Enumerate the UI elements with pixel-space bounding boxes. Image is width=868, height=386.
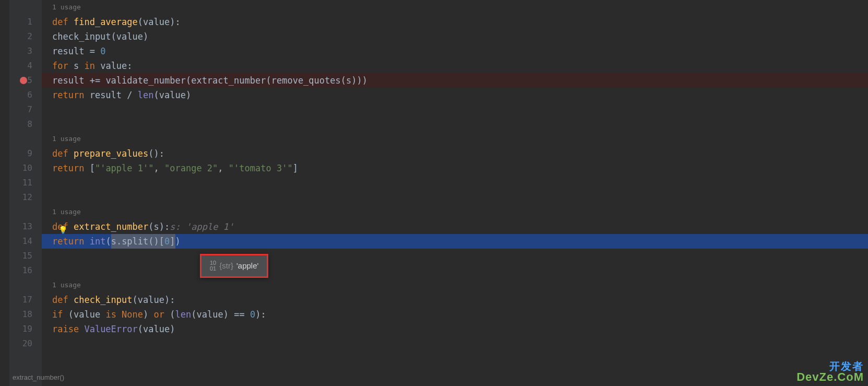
line-number[interactable]: 7	[9, 102, 42, 117]
usage-hint-line[interactable]: 1 usage	[42, 132, 868, 146]
tooltip-value: 'apple'	[236, 259, 258, 273]
code-line[interactable]	[42, 336, 868, 351]
line-number[interactable]: 14	[9, 234, 42, 249]
code-line[interactable]: return result / len(value)	[42, 88, 868, 102]
line-number[interactable]: 12	[9, 190, 42, 205]
inline-debug-hint: s: 'apple 1'	[170, 219, 234, 234]
line-number[interactable]: 5	[9, 73, 42, 88]
code-line[interactable]	[42, 176, 868, 190]
code-line[interactable]	[42, 249, 868, 263]
usage-hint-line[interactable]: 1 usage	[42, 278, 868, 293]
usage-hint-gutter	[9, 0, 42, 15]
line-number[interactable]: 3	[9, 44, 42, 59]
code-line[interactable]: def find_average(value):	[42, 15, 868, 29]
code-line[interactable]: check_input(value)	[42, 29, 868, 44]
breakpoint-icon[interactable]	[20, 77, 27, 84]
evaluate-expression-tooltip[interactable]: 10 01 {str} 'apple'	[200, 254, 268, 278]
code-line[interactable]	[42, 102, 868, 117]
line-number[interactable]: 16	[9, 263, 42, 278]
line-number[interactable]: 10	[9, 161, 42, 176]
code-line[interactable]: return ["'apple 1'", "orange 2", "'tomat…	[42, 161, 868, 176]
code-editor[interactable]: 1 2 3 4 5 6 7 8 9 10 11 12 13 14 15 16 1…	[0, 0, 868, 386]
line-number[interactable]: 9	[9, 146, 42, 161]
line-number[interactable]: 2	[9, 29, 42, 44]
code-line[interactable]: raise ValueError(value)	[42, 322, 868, 336]
intention-bulb-icon[interactable]: 💡	[58, 223, 66, 230]
line-number[interactable]: 20	[9, 336, 42, 351]
code-line-current[interactable]: return int(s.split()[0])	[42, 234, 868, 249]
line-number[interactable]: 8	[9, 117, 42, 132]
code-line[interactable]	[42, 190, 868, 205]
code-line[interactable]	[42, 263, 868, 278]
line-number[interactable]: 17	[9, 293, 42, 307]
line-number[interactable]: 1	[9, 15, 42, 29]
usage-hint-gutter	[9, 132, 42, 146]
line-number[interactable]: 15	[9, 249, 42, 263]
code-line[interactable]: result = 0	[42, 44, 868, 59]
left-strip	[0, 0, 9, 386]
line-number[interactable]: 11	[9, 176, 42, 190]
code-line[interactable]: def prepare_values():	[42, 146, 868, 161]
line-number[interactable]: 18	[9, 307, 42, 322]
code-line-breakpoint[interactable]: result += validate_number(extract_number…	[42, 73, 868, 88]
usage-hint-gutter	[9, 205, 42, 219]
code-line[interactable]: 💡def extract_number(s): s: 'apple 1'	[42, 219, 868, 234]
code-area[interactable]: 1 usage def find_average(value): check_i…	[42, 0, 868, 386]
line-number[interactable]: 4	[9, 59, 42, 73]
code-line[interactable]: for s in value:	[42, 59, 868, 73]
usage-hint-line[interactable]: 1 usage	[42, 205, 868, 219]
usage-hint-line[interactable]: 1 usage	[42, 0, 868, 15]
code-line[interactable]: if (value is None) or (len(value) == 0):	[42, 307, 868, 322]
gutter[interactable]: 1 2 3 4 5 6 7 8 9 10 11 12 13 14 15 16 1…	[9, 0, 42, 386]
line-number[interactable]: 13	[9, 219, 42, 234]
code-line[interactable]: def check_input(value):	[42, 293, 868, 307]
code-line[interactable]	[42, 117, 868, 132]
line-number[interactable]: 6	[9, 88, 42, 102]
line-number[interactable]: 19	[9, 322, 42, 336]
tooltip-type: {str}	[219, 259, 233, 273]
breadcrumb[interactable]: extract_number()	[9, 369, 67, 386]
binary-icon: 10 01	[210, 260, 216, 272]
usage-hint-gutter	[9, 278, 42, 293]
